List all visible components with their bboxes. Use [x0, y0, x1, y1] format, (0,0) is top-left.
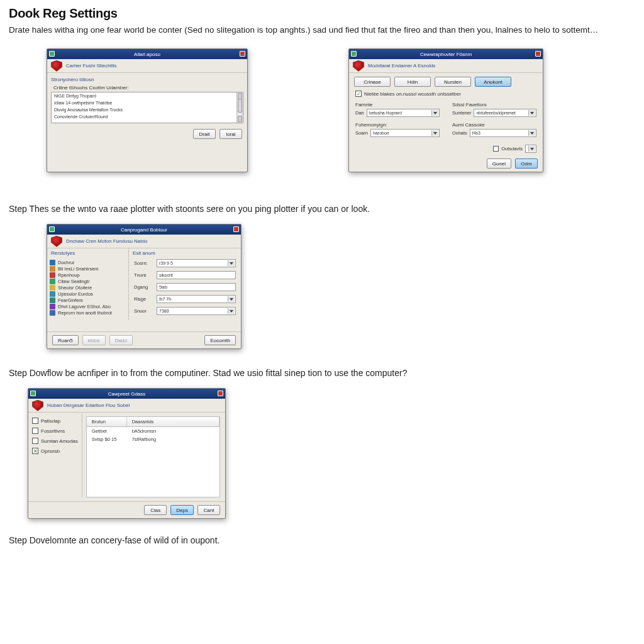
combo-small[interactable] — [525, 145, 536, 153]
title-text: Cewwraphovter Fösnm — [420, 52, 472, 57]
text-input[interactable]: 5leb — [157, 283, 236, 291]
sidebar-item[interactable]: Sheoisr Otoitere — [50, 285, 126, 291]
title-text: Allari aposo — [134, 52, 160, 57]
close-icon[interactable] — [535, 51, 541, 57]
sidebar-item-label: Reprorn hon anott thobrot — [58, 310, 112, 316]
fields-head: Esit anom — [129, 248, 241, 258]
sidebar-item[interactable]: Bil InsLi Snahtrsem — [50, 266, 126, 272]
folder-icon — [50, 297, 55, 303]
tab-hdin[interactable]: Hdin — [394, 77, 431, 87]
col-header[interactable]: Daarantds — [127, 417, 219, 426]
cancel-button[interactable]: Cias — [144, 505, 167, 515]
shield-icon — [32, 400, 43, 411]
subheader: Carher Fushi Stiechtlis — [47, 59, 247, 73]
close-icon[interactable] — [218, 391, 223, 396]
subheader-text: Huban Dergesar Edartion Flou Sobel — [47, 402, 130, 408]
field-label: Soarn — [355, 130, 368, 136]
subheader: Huban Dergesar Edartion Flou Sobel — [28, 399, 225, 413]
tab-nursten[interactable]: Nursten — [435, 77, 471, 87]
sidebar-item[interactable]: Reprorn hon anott thobrot — [50, 310, 126, 316]
tab-anokont[interactable]: Anokont — [475, 77, 511, 87]
table-row[interactable]: GetibetbA5dromsn — [87, 427, 219, 435]
table-header: Brotun Daarantds — [86, 416, 220, 427]
sidebar-item[interactable]: Citew Sealingtr — [50, 279, 126, 284]
left-tab-label: Oprsnsb — [41, 448, 60, 454]
loral-button[interactable]: loral — [219, 129, 242, 139]
apply-button[interactable]: Deps — [170, 505, 194, 515]
table-row[interactable]: Svtsp $0 157stRafbong — [87, 435, 219, 443]
chevron-down-icon — [230, 298, 233, 301]
combo[interactable]: 7380 — [157, 307, 236, 315]
checkbox-icon[interactable]: ✓ — [355, 91, 362, 97]
col-head: Fohemonyign: — [355, 122, 440, 128]
sidebar-item-label: Sheoisr Otoitere — [58, 285, 92, 291]
shield-icon — [51, 60, 62, 72]
checkbox-row[interactable]: ✓ Nietée blakes on.nussd wcossth ontsset… — [349, 87, 543, 101]
subheader-text: Dnchaw Cnm Mofon Fundosu Natdo — [66, 238, 147, 244]
tab-crinase[interactable]: Crinase — [354, 77, 391, 87]
sidebar-item[interactable]: FearGinfere — [50, 297, 126, 303]
sidebar-item[interactable]: Dhvt Lagover EShol. Abo — [50, 304, 126, 309]
folder-icon — [50, 260, 55, 265]
combo[interactable]: lh7 7h — [157, 295, 236, 303]
text-input[interactable]: sikocrit — [157, 271, 236, 279]
checkbox-icon[interactable] — [32, 438, 38, 444]
dialog-cewwra: Cewwraphovter Fösnm Moddtaral Endamer A … — [348, 48, 543, 172]
combo[interactable]: nbtufeenbuldpremet — [474, 109, 536, 117]
field-label: Dgang — [134, 284, 154, 290]
dialog-allari: Allari aposo Carher Fushi Stiechtlis Str… — [47, 48, 248, 172]
cancel-button[interactable]: Gonel — [487, 158, 511, 169]
titlebar: Allari aposo — [47, 49, 247, 59]
sidebar-item-label: Dhvt Lagover EShol. Abo — [58, 304, 111, 309]
confirm-button[interactable]: Eocomth — [204, 335, 236, 345]
sidebar-item[interactable]: Upesulor Eurdos — [50, 291, 126, 297]
titlebar: Canprogand Boblour — [47, 225, 241, 235]
shield-icon — [51, 236, 62, 247]
checkbox-icon[interactable]: ✕ — [32, 448, 38, 454]
field-label: Oxhats — [452, 130, 467, 136]
col-header[interactable]: Brotun — [87, 417, 127, 426]
combo[interactable]: betusha Hoprard — [367, 109, 440, 117]
combo[interactable]: r39 9 5 — [157, 259, 236, 267]
sidebar-item[interactable]: Rpenhoup — [50, 272, 126, 278]
list-item[interactable]: Conoviende CrotuerrRound — [52, 113, 243, 120]
page-title: Dook Reg Settings — [9, 6, 635, 21]
close-icon[interactable] — [240, 51, 245, 57]
sidebar-item[interactable]: Dochrui — [50, 260, 126, 265]
chevron-down-icon — [230, 262, 233, 265]
left-tab[interactable]: ✕Oprsnsb — [32, 448, 78, 454]
left-tab[interactable]: Fossritivns — [32, 428, 78, 434]
folder-icon — [50, 272, 55, 278]
combo[interactable]: f4s3 — [470, 129, 536, 137]
list-item[interactable]: Idiaw 14 owthpetsmr Thaidise — [52, 99, 243, 106]
field-label: Suntener — [452, 110, 471, 116]
back-button[interactable]: Roan5 — [52, 335, 79, 345]
sys-icon — [351, 51, 357, 57]
combo[interactable]: harobon — [370, 129, 440, 137]
titlebar: Cewwraphovter Fösnm — [349, 49, 543, 59]
scroll-thumb[interactable] — [238, 99, 242, 113]
sidebar-item-label: Upesulor Eurdos — [58, 291, 93, 297]
close-icon[interactable] — [233, 226, 239, 232]
shield-icon — [353, 60, 364, 72]
list-item[interactable]: Diuvig Anosauisa Mentalton Trocks — [52, 106, 243, 113]
left-tab[interactable]: Patisdap — [32, 418, 78, 424]
table-body: GetibetbA5dromsn Svtsp $0 157stRafbong — [86, 427, 220, 497]
ok-button[interactable]: Odm — [515, 158, 538, 169]
close-button[interactable]: Cant — [197, 505, 220, 515]
scrollbar[interactable] — [236, 92, 243, 123]
sidebar-item-label: Rpenhoup — [58, 272, 80, 278]
listbox[interactable]: NtGE Dinfyg Thopard Idiaw 14 owthpetsmr … — [51, 92, 243, 123]
titlebar: Cawpreet Gdass — [28, 389, 225, 399]
left-tab[interactable]: Sumtan Amodas — [32, 438, 78, 444]
checkbox-icon[interactable] — [493, 146, 499, 152]
checkbox-icon[interactable] — [32, 428, 38, 434]
checkbox-icon[interactable] — [32, 418, 38, 424]
drait-button[interactable]: Drait — [193, 129, 216, 139]
sys-icon — [49, 226, 55, 232]
left-tab-label: Sumtan Amodas — [41, 438, 78, 444]
sidebar-item-label: Dochrui — [58, 260, 74, 265]
list-item[interactable]: NtGE Dinfyg Thopard — [52, 92, 243, 99]
sidebar-item-label: Bil InsLi Snahtrsem — [58, 266, 99, 272]
subheader: Moddtaral Endamer A Esnokls — [349, 59, 543, 73]
